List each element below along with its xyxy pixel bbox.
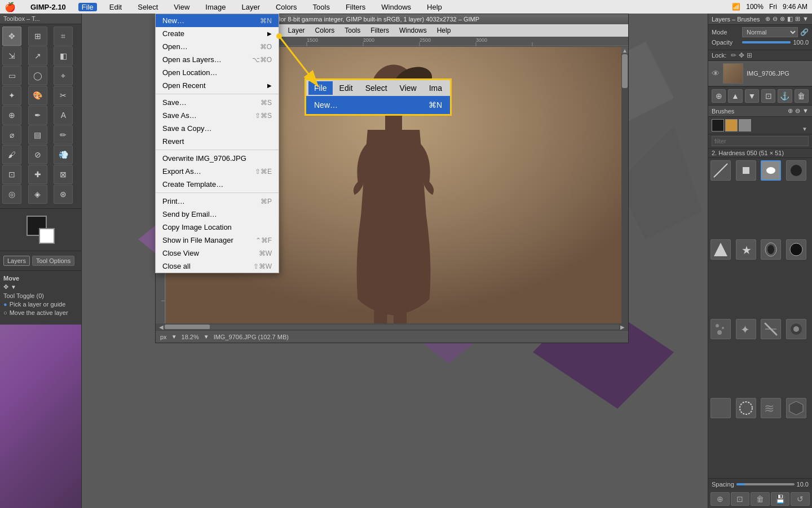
- brush-ctrl-2[interactable]: ⊖: [795, 107, 800, 115]
- gradient-tool[interactable]: ▤: [28, 125, 47, 144]
- layer-item-0[interactable]: 👁 IMG_9706.JPG: [708, 61, 812, 86]
- lock-pixels-btn[interactable]: ✏: [731, 51, 736, 59]
- spacing-slider[interactable]: [736, 483, 795, 485]
- menu-open-recent[interactable]: Open Recent ▶: [156, 79, 279, 92]
- del-brush-btn[interactable]: 🗑: [751, 492, 770, 506]
- free-select-tool[interactable]: ⌖: [54, 66, 73, 85]
- eraser-tool[interactable]: ⊘: [28, 145, 47, 164]
- brush-item-9[interactable]: ✦: [736, 319, 756, 339]
- scroll-right-btn[interactable]: ▶: [619, 324, 626, 330]
- bucket-fill-tool[interactable]: ⌀: [2, 125, 21, 144]
- menu-close-view[interactable]: Close View ⌘W: [156, 247, 279, 260]
- tool-options-tab[interactable]: Tool Options: [32, 256, 74, 266]
- brush-item-8[interactable]: [710, 319, 731, 339]
- selection-rect-tool[interactable]: ▭: [2, 66, 21, 85]
- horizontal-scrollbar[interactable]: ◀ ▶: [156, 323, 628, 330]
- zoom-select-tab[interactable]: Select: [360, 81, 393, 95]
- brush-item-12[interactable]: [710, 398, 731, 418]
- dup-brush-btn[interactable]: ⊡: [731, 492, 750, 506]
- select-menu-item[interactable]: Select: [134, 3, 161, 11]
- perspective-clone-tool[interactable]: ⊠: [54, 165, 73, 184]
- edit-menu-item[interactable]: Edit: [106, 3, 125, 11]
- move-tool[interactable]: ✥: [2, 27, 21, 46]
- menu-create[interactable]: Create ▶: [156, 27, 279, 40]
- anchor-layer-btn[interactable]: ⚓: [778, 89, 792, 103]
- panel-ctrl-1[interactable]: ⊕: [765, 15, 770, 23]
- menu-save-copy[interactable]: Save a Copy…: [156, 122, 279, 135]
- windows-menu-item[interactable]: Windows: [378, 3, 414, 11]
- menu-open[interactable]: Open… ⌘O: [156, 40, 279, 53]
- help-menu-item[interactable]: Help: [423, 3, 445, 11]
- scale-tool[interactable]: ⇲: [2, 46, 21, 65]
- brush-ctrl-1[interactable]: ⊕: [788, 107, 793, 115]
- apple-menu[interactable]: 🍎: [5, 2, 16, 12]
- zoom-display[interactable]: 18.2%: [182, 334, 199, 340]
- image-menu-item[interactable]: Image: [202, 3, 229, 11]
- menu-save-as[interactable]: Save As… ⇧⌘S: [156, 109, 279, 122]
- mode-select[interactable]: Normal Multiply Screen Overlay: [742, 27, 798, 37]
- menu-show-file-manager[interactable]: Show in File Manager ⌃⌘F: [156, 234, 279, 247]
- fg-bg-colors[interactable]: [27, 216, 55, 244]
- paintbrush-tool[interactable]: 🖌: [2, 145, 21, 164]
- radio-2[interactable]: ○: [3, 309, 7, 316]
- panel-ctrl-3[interactable]: ⊗: [780, 15, 785, 23]
- align-tool[interactable]: ⊞: [28, 27, 47, 46]
- scissors-tool[interactable]: ✂: [54, 86, 73, 105]
- reset-brush-btn[interactable]: ↺: [791, 492, 810, 506]
- text-tool[interactable]: A: [54, 106, 73, 125]
- brush-item-10[interactable]: [761, 319, 781, 339]
- layer-menu-item[interactable]: Layer: [238, 3, 263, 11]
- brush-item-4[interactable]: [710, 239, 731, 260]
- img-colors-menu[interactable]: Colors: [311, 25, 339, 36]
- brush-item-13[interactable]: [736, 398, 756, 418]
- paths-tool[interactable]: ✒: [28, 106, 47, 125]
- brush-fg-color[interactable]: [712, 119, 724, 132]
- menu-open-location[interactable]: Open Location…: [156, 66, 279, 79]
- sharpen-tool[interactable]: ◈: [28, 185, 47, 204]
- zoom-image-tab[interactable]: Ima: [423, 81, 448, 95]
- airbrush-tool[interactable]: 💨: [54, 145, 73, 164]
- select-by-color-tool[interactable]: 🎨: [28, 86, 47, 105]
- img-filters-menu[interactable]: Filters: [366, 25, 394, 36]
- menu-revert[interactable]: Revert: [156, 135, 279, 148]
- brush-item-2[interactable]: [761, 160, 781, 181]
- menu-print[interactable]: Print… ⌘P: [156, 195, 279, 208]
- menu-copy-location[interactable]: Copy Image Location: [156, 221, 279, 234]
- opacity-slider[interactable]: [742, 41, 791, 43]
- selection-ellipse-tool[interactable]: ◯: [28, 66, 47, 85]
- smudge-tool[interactable]: ⊛: [54, 185, 73, 204]
- img-layer-menu[interactable]: Layer: [284, 25, 310, 36]
- foreground-select-tool[interactable]: ⊕: [2, 106, 21, 125]
- tools-menu-item[interactable]: Tools: [310, 3, 333, 11]
- unit-display[interactable]: px: [160, 334, 167, 340]
- layers-tab-toolbox[interactable]: Layers: [3, 256, 30, 266]
- brush-filter-input[interactable]: [712, 136, 809, 146]
- brush-item-15[interactable]: [786, 398, 806, 418]
- 3d-transform-tool[interactable]: ◧: [54, 46, 73, 65]
- panel-ctrl-6[interactable]: ▼: [802, 15, 809, 23]
- unit-dropdown-icon[interactable]: ▼: [171, 334, 177, 340]
- menu-export-as[interactable]: Export As… ⇧⌘E: [156, 165, 279, 178]
- brush-item-11[interactable]: [786, 319, 806, 339]
- panel-ctrl-4[interactable]: ◧: [787, 15, 793, 23]
- brush-filter-dropdown[interactable]: ▼: [802, 126, 807, 132]
- crop-tool[interactable]: ⌗: [54, 27, 73, 46]
- img-windows-menu[interactable]: Windows: [395, 25, 431, 36]
- zoom-edit-tab[interactable]: Edit: [334, 81, 359, 95]
- img-tools-menu[interactable]: Tools: [340, 25, 365, 36]
- shear-tool[interactable]: ↗: [28, 46, 47, 65]
- vertical-scrollbar[interactable]: ▲: [621, 47, 628, 323]
- clone-tool[interactable]: ⊡: [2, 165, 21, 184]
- filters-menu-item[interactable]: Filters: [342, 3, 369, 11]
- panel-ctrl-5[interactable]: ⊞: [795, 15, 800, 23]
- brush-item-5[interactable]: ★: [736, 239, 756, 260]
- scrollbar-thumb-v[interactable]: [622, 54, 628, 88]
- zoom-dropdown-icon[interactable]: ▼: [204, 334, 209, 340]
- img-help-menu[interactable]: Help: [433, 25, 456, 36]
- menu-close-all[interactable]: Close all ⇧⌘W: [156, 260, 279, 273]
- delete-layer-btn[interactable]: 🗑: [795, 89, 809, 103]
- brush-item-3[interactable]: [786, 160, 806, 181]
- menu-new[interactable]: New… ⌘N: [156, 14, 279, 27]
- save-brush-btn[interactable]: 💾: [771, 492, 790, 506]
- brush-item-6[interactable]: [761, 239, 781, 260]
